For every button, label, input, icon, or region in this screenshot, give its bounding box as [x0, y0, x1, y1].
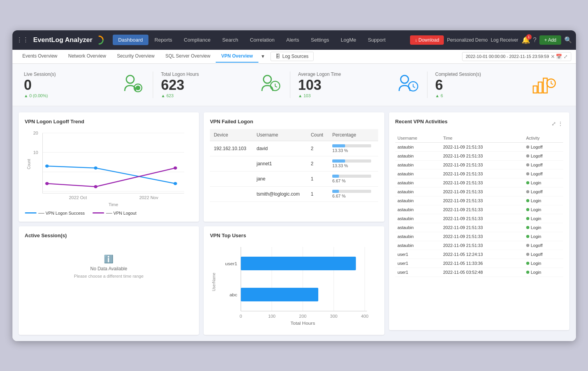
svg-point-32: [45, 182, 49, 185]
cell-username: jane: [253, 171, 307, 186]
date-icons: ✕ 📅: [551, 54, 562, 60]
search-icon[interactable]: 🔍: [564, 36, 572, 44]
tabs-dropdown[interactable]: ▼: [258, 54, 268, 59]
svg-rect-13: [543, 78, 547, 93]
kpi-avg-logon-delta: ▲ 103: [298, 93, 341, 98]
nav-search[interactable]: Search: [217, 35, 244, 45]
col-username: Username: [253, 129, 307, 141]
svg-rect-43: [241, 257, 356, 270]
cell-act-username: user1: [395, 259, 441, 268]
cell-count: 1: [307, 171, 328, 186]
cell-act-activity: Logoff: [524, 151, 564, 160]
vpn-failed-logon-panel: VPN Failed Logon Device Username Count P…: [204, 112, 384, 222]
cell-act-activity: Login: [524, 259, 564, 268]
activity-dot: [526, 190, 529, 193]
nav-settings[interactable]: Settings: [305, 35, 335, 45]
legend-dot-blue: [25, 212, 37, 214]
svg-point-7: [401, 75, 408, 83]
kpi-left-3: Average Logon Time 103 ▲ 103: [298, 72, 341, 98]
svg-text:2022 Nov: 2022 Nov: [139, 195, 158, 200]
activity-dot: [526, 253, 529, 256]
notification-badge[interactable]: 🔔 1: [522, 36, 530, 44]
legend-logout-label: ── VPN Logout: [106, 211, 136, 215]
kpi-completed-delta: ▲ 6: [435, 93, 481, 98]
cell-act-username: astaubin: [395, 232, 441, 241]
add-button[interactable]: + Add: [539, 35, 561, 45]
vpn-logon-trend-panel: VPN Logon Logoff Trend 20 10: [19, 112, 199, 222]
tab-events-overview[interactable]: Events Overview: [17, 50, 63, 63]
cell-act-time: 2022-11-09 21:51:33: [441, 223, 524, 232]
cell-act-username: astaubin: [395, 142, 441, 151]
nav-correlation[interactable]: Correlation: [244, 35, 280, 45]
nav-alerts[interactable]: Alerts: [281, 35, 305, 45]
logo: EventLog Analyzer: [33, 35, 104, 45]
help-icon[interactable]: ?: [533, 37, 537, 44]
col-act-activity: Activity: [524, 134, 564, 143]
list-item: astaubin 2022-11-09 21:51:33 Login: [395, 205, 564, 214]
grid-icon[interactable]: ⋮⋮: [16, 36, 29, 44]
cell-act-time: 2022-11-09 21:51:33: [441, 187, 524, 196]
svg-point-3: [263, 75, 271, 83]
activity-dot: [526, 181, 529, 184]
svg-point-0: [126, 75, 134, 83]
kpi-completed-label: Completed Session(s): [435, 72, 481, 77]
date-range-selector[interactable]: 2022-10-01 00:00:00 - 2022-11-15 23:59:5…: [462, 52, 571, 61]
tab-sql-overview[interactable]: SQL Server Overview: [160, 50, 216, 63]
cell-act-time: 2022-11-05 12:24:13: [441, 250, 524, 259]
nav-logme[interactable]: LogMe: [335, 35, 362, 45]
tab-vpn-overview[interactable]: VPN Overview: [216, 50, 258, 63]
svg-line-16: [551, 84, 553, 84]
activity-dot: [526, 235, 529, 238]
kpi-avg-logon: Average Logon Time 103 ▲ 103: [290, 72, 427, 98]
cell-act-username: astaubin: [395, 178, 441, 187]
nav-support[interactable]: Support: [362, 35, 391, 45]
cell-act-activity: Logoff: [524, 241, 564, 250]
more-options-icon[interactable]: ⋮: [558, 121, 563, 127]
table-row: jane 1 6.67 %: [210, 171, 378, 186]
list-item: astaubin 2022-11-09 21:51:33 Logoff: [395, 169, 564, 178]
log-receiver-link[interactable]: Log Receiver: [491, 37, 518, 43]
calendar-icon[interactable]: 📅: [556, 54, 562, 60]
expand-panel-icon[interactable]: ⤢: [551, 121, 556, 127]
tab-network-overview[interactable]: Network Overview: [63, 50, 112, 63]
list-item: astaubin 2022-11-09 21:51:33 Logoff: [395, 187, 564, 196]
svg-rect-44: [241, 288, 318, 301]
cell-username: jannet1: [253, 156, 307, 171]
tab-security-overview[interactable]: Security Overview: [112, 50, 160, 63]
kpi-row: Live Session(s) 0 ▲ 0 (0.00%) T: [12, 64, 576, 106]
cell-act-activity: Login: [524, 268, 564, 276]
cell-act-username: astaubin: [395, 187, 441, 196]
svg-text:20: 20: [33, 131, 38, 135]
chart-legend: ── VPN Logon Success ── VPN Logout: [25, 211, 193, 215]
log-sources-button[interactable]: 🗄 Log Sources: [270, 52, 313, 61]
kpi-total-logon-delta: ▲ 623: [161, 93, 199, 98]
svg-text:0: 0: [240, 314, 242, 318]
cell-act-activity: Logoff: [524, 250, 564, 259]
list-item: astaubin 2022-11-09 21:51:33 Logoff: [395, 160, 564, 169]
cell-act-username: astaubin: [395, 196, 441, 205]
svg-point-30: [94, 166, 97, 170]
svg-text:UserName: UserName: [211, 273, 216, 291]
list-item: astaubin 2022-11-09 21:51:33 Login: [395, 196, 564, 205]
list-item: astaubin 2022-11-09 21:51:33 Login: [395, 223, 564, 232]
kpi-avg-logon-label: Average Logon Time: [298, 72, 341, 77]
kpi-content-2: Total Logon Hours 623 ▲ 623: [161, 72, 282, 98]
cell-username: tsmith@loglogic.com: [253, 186, 307, 201]
activity-dot: [526, 172, 529, 175]
download-button[interactable]: ↓ Download: [410, 35, 444, 45]
cell-act-activity: Login: [524, 214, 564, 223]
activity-dot: [526, 208, 529, 211]
expand-icon[interactable]: ⤢: [564, 54, 568, 60]
col-device: Device: [210, 129, 253, 141]
nav-dashboard[interactable]: Dashboard: [113, 35, 148, 45]
activity-dot: [526, 226, 529, 229]
clear-date-icon[interactable]: ✕: [551, 54, 555, 60]
demo-link[interactable]: Personalized Demo: [447, 37, 488, 43]
svg-text:300: 300: [330, 314, 337, 318]
cell-act-time: 2022-11-09 21:51:33: [441, 160, 524, 169]
cell-percentage: 13.33 %: [328, 141, 378, 156]
vpn-failed-logon-title: VPN Failed Logon: [210, 119, 378, 124]
nav-compliance[interactable]: Compliance: [178, 35, 216, 45]
cell-act-username: user1: [395, 268, 441, 276]
nav-reports[interactable]: Reports: [149, 35, 178, 45]
